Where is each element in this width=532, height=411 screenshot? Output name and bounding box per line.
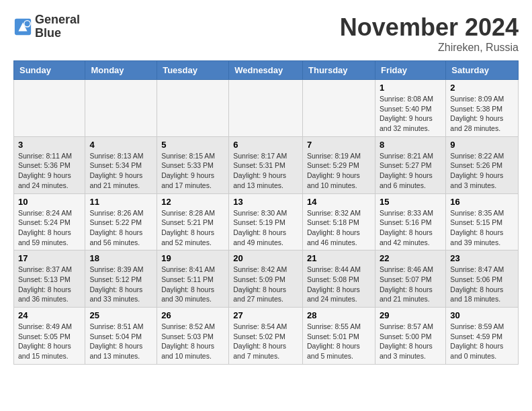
title-area: November 2024 Zhireken, Russia	[340, 13, 519, 54]
column-header-tuesday: Tuesday	[157, 61, 229, 80]
day-number: 7	[307, 140, 371, 150]
day-number: 26	[161, 310, 224, 320]
day-info: Sunrise: 8:52 AMSunset: 5:03 PMDaylight:…	[161, 322, 224, 361]
day-number: 22	[380, 253, 441, 263]
day-cell: 9Sunrise: 8:22 AMSunset: 5:26 PMDaylight…	[446, 136, 519, 193]
day-number: 6	[233, 140, 298, 150]
day-cell: 29Sunrise: 8:57 AMSunset: 5:00 PMDayligh…	[375, 308, 445, 365]
day-cell: 20Sunrise: 8:42 AMSunset: 5:09 PMDayligh…	[229, 250, 303, 308]
logo-line1: General	[35, 13, 80, 27]
day-number: 2	[450, 83, 514, 93]
day-number: 23	[450, 253, 514, 263]
svg-point-2	[24, 20, 30, 26]
day-cell: 14Sunrise: 8:32 AMSunset: 5:18 PMDayligh…	[303, 193, 375, 250]
day-number: 17	[18, 253, 81, 263]
day-number: 29	[380, 310, 441, 320]
logo-text: General Blue	[35, 13, 80, 40]
day-number: 20	[233, 253, 298, 263]
day-cell: 15Sunrise: 8:33 AMSunset: 5:16 PMDayligh…	[375, 193, 445, 250]
day-number: 27	[233, 310, 298, 320]
day-info: Sunrise: 8:57 AMSunset: 5:00 PMDaylight:…	[380, 322, 441, 361]
day-number: 4	[89, 140, 152, 150]
day-info: Sunrise: 8:13 AMSunset: 5:34 PMDaylight:…	[89, 151, 152, 191]
month-title: November 2024	[340, 13, 519, 42]
day-cell: 7Sunrise: 8:19 AMSunset: 5:29 PMDaylight…	[303, 136, 375, 193]
day-info: Sunrise: 8:54 AMSunset: 5:02 PMDaylight:…	[233, 322, 298, 361]
calendar-header: SundayMondayTuesdayWednesdayThursdayFrid…	[14, 61, 519, 80]
day-cell: 19Sunrise: 8:41 AMSunset: 5:11 PMDayligh…	[157, 250, 229, 308]
day-cell	[14, 80, 85, 137]
day-number: 28	[307, 310, 371, 320]
day-info: Sunrise: 8:21 AMSunset: 5:27 PMDaylight:…	[380, 151, 441, 191]
logo: General Blue	[13, 13, 80, 40]
day-info: Sunrise: 8:51 AMSunset: 5:04 PMDaylight:…	[89, 322, 152, 361]
day-info: Sunrise: 8:09 AMSunset: 5:38 PMDaylight:…	[450, 94, 514, 134]
day-info: Sunrise: 8:33 AMSunset: 5:16 PMDaylight:…	[380, 208, 441, 248]
day-number: 25	[89, 310, 152, 320]
column-header-sunday: Sunday	[14, 61, 85, 80]
calendar-table: SundayMondayTuesdayWednesdayThursdayFrid…	[13, 60, 519, 365]
day-info: Sunrise: 8:19 AMSunset: 5:29 PMDaylight:…	[307, 151, 371, 191]
day-cell: 24Sunrise: 8:49 AMSunset: 5:05 PMDayligh…	[14, 308, 85, 365]
day-number: 9	[450, 140, 514, 150]
header-row: SundayMondayTuesdayWednesdayThursdayFrid…	[14, 61, 519, 80]
day-info: Sunrise: 8:11 AMSunset: 5:36 PMDaylight:…	[18, 151, 81, 191]
day-info: Sunrise: 8:17 AMSunset: 5:31 PMDaylight:…	[233, 151, 298, 191]
day-cell: 26Sunrise: 8:52 AMSunset: 5:03 PMDayligh…	[157, 308, 229, 365]
day-info: Sunrise: 8:32 AMSunset: 5:18 PMDaylight:…	[307, 208, 371, 248]
day-number: 21	[307, 253, 371, 263]
day-number: 15	[380, 197, 441, 207]
location: Zhireken, Russia	[340, 42, 519, 54]
day-cell: 3Sunrise: 8:11 AMSunset: 5:36 PMDaylight…	[14, 136, 85, 193]
header: General Blue November 2024 Zhireken, Rus…	[13, 13, 519, 54]
week-row-4: 17Sunrise: 8:37 AMSunset: 5:13 PMDayligh…	[14, 250, 519, 308]
day-number: 1	[380, 83, 441, 93]
column-header-monday: Monday	[85, 61, 157, 80]
day-info: Sunrise: 8:41 AMSunset: 5:11 PMDaylight:…	[161, 265, 224, 304]
day-info: Sunrise: 8:59 AMSunset: 4:59 PMDaylight:…	[450, 322, 514, 361]
day-cell: 6Sunrise: 8:17 AMSunset: 5:31 PMDaylight…	[229, 136, 303, 193]
day-info: Sunrise: 8:22 AMSunset: 5:26 PMDaylight:…	[450, 151, 514, 191]
day-cell: 12Sunrise: 8:28 AMSunset: 5:21 PMDayligh…	[157, 193, 229, 250]
day-number: 18	[89, 253, 152, 263]
day-cell: 18Sunrise: 8:39 AMSunset: 5:12 PMDayligh…	[85, 250, 157, 308]
week-row-2: 3Sunrise: 8:11 AMSunset: 5:36 PMDaylight…	[14, 136, 519, 193]
day-number: 13	[233, 197, 298, 207]
day-cell	[85, 80, 157, 137]
day-cell: 30Sunrise: 8:59 AMSunset: 4:59 PMDayligh…	[446, 308, 519, 365]
column-header-thursday: Thursday	[303, 61, 375, 80]
day-info: Sunrise: 8:37 AMSunset: 5:13 PMDaylight:…	[18, 265, 81, 304]
day-cell: 10Sunrise: 8:24 AMSunset: 5:24 PMDayligh…	[14, 193, 85, 250]
week-row-1: 1Sunrise: 8:08 AMSunset: 5:40 PMDaylight…	[14, 80, 519, 137]
column-header-saturday: Saturday	[446, 61, 519, 80]
day-cell: 25Sunrise: 8:51 AMSunset: 5:04 PMDayligh…	[85, 308, 157, 365]
day-cell: 1Sunrise: 8:08 AMSunset: 5:40 PMDaylight…	[375, 80, 445, 137]
day-number: 11	[89, 197, 152, 207]
column-header-friday: Friday	[375, 61, 445, 80]
day-info: Sunrise: 8:46 AMSunset: 5:07 PMDaylight:…	[380, 265, 441, 304]
day-number: 5	[161, 140, 224, 150]
week-row-3: 10Sunrise: 8:24 AMSunset: 5:24 PMDayligh…	[14, 193, 519, 250]
day-info: Sunrise: 8:28 AMSunset: 5:21 PMDaylight:…	[161, 208, 224, 248]
day-info: Sunrise: 8:26 AMSunset: 5:22 PMDaylight:…	[89, 208, 152, 248]
day-info: Sunrise: 8:42 AMSunset: 5:09 PMDaylight:…	[233, 265, 298, 304]
day-cell: 21Sunrise: 8:44 AMSunset: 5:08 PMDayligh…	[303, 250, 375, 308]
day-cell	[229, 80, 303, 137]
logo-line2: Blue	[35, 27, 80, 40]
day-number: 16	[450, 197, 514, 207]
day-cell: 5Sunrise: 8:15 AMSunset: 5:33 PMDaylight…	[157, 136, 229, 193]
day-cell: 27Sunrise: 8:54 AMSunset: 5:02 PMDayligh…	[229, 308, 303, 365]
day-info: Sunrise: 8:44 AMSunset: 5:08 PMDaylight:…	[307, 265, 371, 304]
day-cell: 16Sunrise: 8:35 AMSunset: 5:15 PMDayligh…	[446, 193, 519, 250]
day-cell: 17Sunrise: 8:37 AMSunset: 5:13 PMDayligh…	[14, 250, 85, 308]
day-cell: 11Sunrise: 8:26 AMSunset: 5:22 PMDayligh…	[85, 193, 157, 250]
day-cell: 2Sunrise: 8:09 AMSunset: 5:38 PMDaylight…	[446, 80, 519, 137]
day-info: Sunrise: 8:39 AMSunset: 5:12 PMDaylight:…	[89, 265, 152, 304]
day-number: 10	[18, 197, 81, 207]
column-header-wednesday: Wednesday	[229, 61, 303, 80]
day-info: Sunrise: 8:35 AMSunset: 5:15 PMDaylight:…	[450, 208, 514, 248]
day-cell: 28Sunrise: 8:55 AMSunset: 5:01 PMDayligh…	[303, 308, 375, 365]
day-cell: 13Sunrise: 8:30 AMSunset: 5:19 PMDayligh…	[229, 193, 303, 250]
day-info: Sunrise: 8:24 AMSunset: 5:24 PMDaylight:…	[18, 208, 81, 248]
day-info: Sunrise: 8:47 AMSunset: 5:06 PMDaylight:…	[450, 265, 514, 304]
